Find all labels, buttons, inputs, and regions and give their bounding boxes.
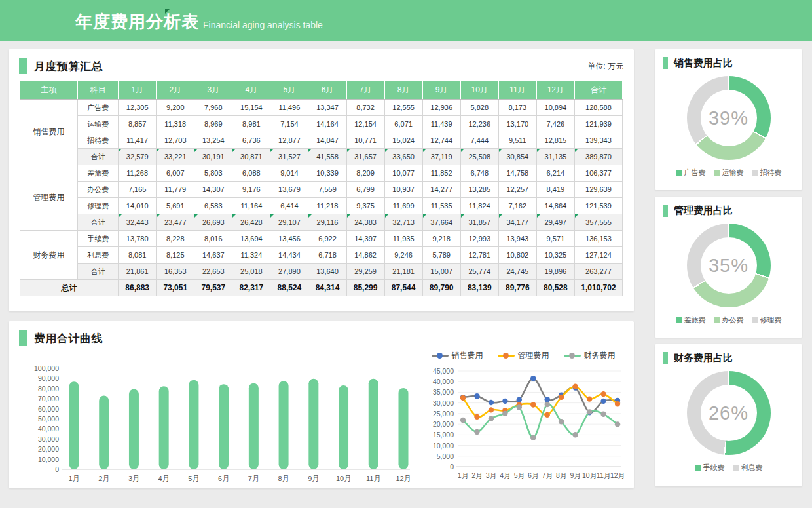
- legend-item[interactable]: 差旅费: [676, 315, 706, 325]
- value-cell[interactable]: 13,943: [498, 231, 536, 247]
- value-cell[interactable]: 25,774: [460, 264, 498, 280]
- value-cell[interactable]: 106,377: [574, 165, 622, 182]
- value-cell[interactable]: 8,228: [157, 231, 194, 247]
- value-cell[interactable]: 14,307: [194, 182, 232, 198]
- subject-cell[interactable]: 修理费: [78, 198, 119, 214]
- value-cell[interactable]: 26,428: [232, 214, 270, 231]
- value-cell[interactable]: 41,558: [308, 149, 346, 165]
- value-cell[interactable]: 263,277: [574, 264, 622, 280]
- legend-item[interactable]: 广告费: [676, 168, 706, 178]
- value-cell[interactable]: 14,397: [346, 231, 384, 247]
- value-cell[interactable]: 389,870: [574, 149, 622, 165]
- subject-cell[interactable]: 办公费: [78, 182, 119, 198]
- value-cell[interactable]: 8,081: [119, 247, 157, 264]
- value-cell[interactable]: 6,414: [270, 198, 308, 214]
- value-cell[interactable]: 11,496: [270, 100, 308, 116]
- value-cell[interactable]: 10,339: [308, 165, 346, 182]
- value-cell[interactable]: 34,177: [498, 214, 536, 231]
- value-cell[interactable]: 11,268: [119, 165, 157, 182]
- value-cell[interactable]: 12,154: [346, 116, 384, 132]
- value-cell[interactable]: 8,419: [536, 182, 574, 198]
- value-cell[interactable]: 127,124: [574, 247, 622, 264]
- value-cell[interactable]: 12,936: [422, 100, 460, 116]
- value-cell[interactable]: 11,535: [422, 198, 460, 214]
- legend-item[interactable]: 招待费: [752, 168, 782, 178]
- legend-item[interactable]: 手续费: [695, 463, 725, 473]
- value-cell[interactable]: 12,815: [536, 132, 574, 149]
- value-cell[interactable]: 7,444: [460, 132, 498, 149]
- value-cell[interactable]: 9,200: [157, 100, 194, 116]
- value-cell[interactable]: 121,539: [574, 198, 622, 214]
- value-cell[interactable]: 24,383: [346, 214, 384, 231]
- value-cell[interactable]: 12,744: [422, 132, 460, 149]
- value-cell[interactable]: 85,299: [346, 280, 384, 296]
- value-cell[interactable]: 13,254: [194, 132, 232, 149]
- value-cell[interactable]: 22,653: [194, 264, 232, 280]
- value-cell[interactable]: 6,748: [460, 165, 498, 182]
- value-cell[interactable]: 84,314: [308, 280, 346, 296]
- value-cell[interactable]: 19,896: [536, 264, 574, 280]
- value-cell[interactable]: 13,456: [270, 231, 308, 247]
- value-cell[interactable]: 15,007: [422, 264, 460, 280]
- value-cell[interactable]: 128,588: [574, 100, 622, 116]
- value-cell[interactable]: 10,937: [384, 182, 422, 198]
- value-cell[interactable]: 26,693: [194, 214, 232, 231]
- value-cell[interactable]: 13,170: [498, 116, 536, 132]
- value-cell[interactable]: 14,010: [119, 198, 157, 214]
- value-cell[interactable]: 6,088: [232, 165, 270, 182]
- value-cell[interactable]: 89,776: [498, 280, 536, 296]
- value-cell[interactable]: 12,555: [384, 100, 422, 116]
- value-cell[interactable]: 30,871: [232, 149, 270, 165]
- value-cell[interactable]: 87,544: [384, 280, 422, 296]
- value-cell[interactable]: 121,939: [574, 116, 622, 132]
- value-cell[interactable]: 9,246: [384, 247, 422, 264]
- subject-cell[interactable]: 手续费: [78, 231, 119, 247]
- value-cell[interactable]: 11,417: [119, 132, 157, 149]
- legend-item[interactable]: 运输费: [714, 168, 744, 178]
- value-cell[interactable]: 10,802: [498, 247, 536, 264]
- value-cell[interactable]: 8,125: [157, 247, 194, 264]
- subject-cell[interactable]: 招待费: [78, 132, 119, 149]
- value-cell[interactable]: 89,790: [422, 280, 460, 296]
- value-cell[interactable]: 5,803: [194, 165, 232, 182]
- value-cell[interactable]: 6,922: [308, 231, 346, 247]
- value-cell[interactable]: 29,497: [536, 214, 574, 231]
- subject-cell[interactable]: 差旅费: [78, 165, 119, 182]
- value-cell[interactable]: 23,477: [157, 214, 194, 231]
- value-cell[interactable]: 79,537: [194, 280, 232, 296]
- value-cell[interactable]: 5,789: [422, 247, 460, 264]
- legend-item[interactable]: 销售费用: [432, 350, 483, 361]
- value-cell[interactable]: 21,861: [119, 264, 157, 280]
- value-cell[interactable]: 13,694: [232, 231, 270, 247]
- value-cell[interactable]: 80,528: [536, 280, 574, 296]
- legend-item[interactable]: 修理费: [752, 315, 782, 325]
- value-cell[interactable]: 13,780: [119, 231, 157, 247]
- value-cell[interactable]: 11,852: [422, 165, 460, 182]
- value-cell[interactable]: 37,664: [422, 214, 460, 231]
- value-cell[interactable]: 15,024: [384, 132, 422, 149]
- subject-cell[interactable]: 广告费: [78, 100, 119, 116]
- value-cell[interactable]: 5,828: [460, 100, 498, 116]
- value-cell[interactable]: 11,824: [460, 198, 498, 214]
- value-cell[interactable]: 33,221: [157, 149, 194, 165]
- legend-item[interactable]: 管理费用: [498, 350, 549, 361]
- value-cell[interactable]: 14,277: [422, 182, 460, 198]
- value-cell[interactable]: 25,508: [460, 149, 498, 165]
- value-cell[interactable]: 8,969: [194, 116, 232, 132]
- value-cell[interactable]: 11,439: [422, 116, 460, 132]
- value-cell[interactable]: 6,583: [194, 198, 232, 214]
- value-cell[interactable]: 6,718: [308, 247, 346, 264]
- value-cell[interactable]: 11,164: [232, 198, 270, 214]
- subject-cell[interactable]: 合计: [78, 149, 119, 165]
- value-cell[interactable]: 6,071: [384, 116, 422, 132]
- value-cell[interactable]: 15,154: [232, 100, 270, 116]
- value-cell[interactable]: 24,745: [498, 264, 536, 280]
- value-cell[interactable]: 30,854: [498, 149, 536, 165]
- value-cell[interactable]: 14,434: [270, 247, 308, 264]
- value-cell[interactable]: 7,154: [270, 116, 308, 132]
- legend-item[interactable]: 利息费: [733, 463, 763, 473]
- value-cell[interactable]: 11,779: [157, 182, 194, 198]
- value-cell[interactable]: 21,181: [384, 264, 422, 280]
- value-cell[interactable]: 37,119: [422, 149, 460, 165]
- value-cell[interactable]: 11,318: [157, 116, 194, 132]
